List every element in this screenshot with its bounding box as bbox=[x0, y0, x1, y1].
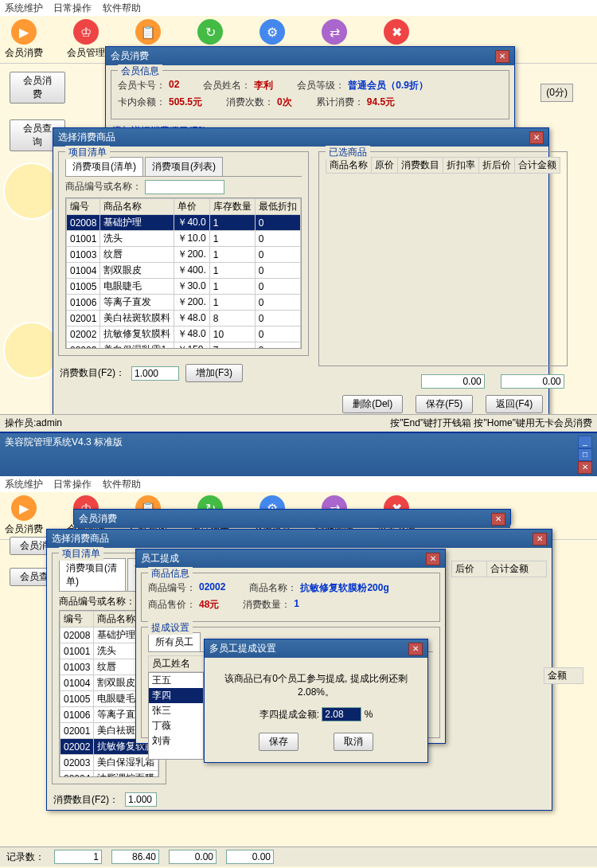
dlg-save-btn[interactable]: 保存 bbox=[259, 733, 298, 751]
app2-title: 美容院管理系统V4.3 标准版 bbox=[5, 436, 123, 474]
title: 选择消费商品 bbox=[52, 532, 109, 545]
window-title: 选择消费商品 bbox=[58, 131, 115, 144]
dlg-cancel-btn[interactable]: 取消 bbox=[334, 733, 373, 751]
bal-val: 505.5元 bbox=[169, 96, 202, 109]
multi-emp-dialog: 多员工提成设置 ✕ 该商品已有0个员工参与提成, 提成比例还剩2.08%。 李四… bbox=[204, 639, 428, 763]
save-btn[interactable]: 保存(F5) bbox=[416, 395, 473, 413]
sel-cols-part: 后价合计金额 bbox=[451, 561, 547, 577]
back-btn[interactable]: 返回(F4) bbox=[486, 395, 543, 413]
proj-title: 项目清单 bbox=[65, 146, 110, 159]
jifen-badge: (0分) bbox=[540, 84, 573, 102]
qty-input-2[interactable] bbox=[125, 792, 157, 807]
sum-lbl: 累计消费： bbox=[316, 96, 364, 109]
code-input[interactable] bbox=[145, 180, 224, 194]
clipboard-icon: 📋 bbox=[135, 19, 161, 45]
footer-v1 bbox=[111, 850, 159, 864]
tab-table[interactable]: 消费项目(列表) bbox=[145, 157, 223, 176]
all-emp-tab[interactable]: 所有员工 bbox=[148, 632, 201, 651]
app2-frame: 美容院管理系统V4.3 标准版 _ □ ✕ 系统维护 日常操作 软件帮助 ▶会员… bbox=[0, 432, 597, 868]
group-title: 会员信息 bbox=[118, 65, 162, 78]
title: 多员工提成设置 bbox=[209, 642, 276, 655]
code-lbl: 商品编号或名称： bbox=[65, 180, 142, 194]
sum-val: 94.5元 bbox=[367, 96, 395, 109]
project-list-group: 项目清单 消费项目(清单) 消费项目(列表) 商品编号或名称： 编号商品名称单价… bbox=[58, 151, 309, 356]
tb-consume[interactable]: ▶会员消费 bbox=[5, 19, 43, 60]
chart-icon: ↻ bbox=[197, 19, 223, 45]
member-info-group: 会员信息 会员卡号：02 会员姓名：李利 会员等级：普通会员（0.9折） 卡内余… bbox=[111, 70, 509, 119]
card-lbl: 会员卡号： bbox=[118, 79, 166, 92]
prod-name: 抗敏修复软膜粉200g bbox=[300, 581, 388, 595]
user-icon: ♔ bbox=[73, 19, 99, 45]
close-btn[interactable]: ✕ bbox=[408, 643, 423, 655]
status-hint: 按"End"键打开钱箱 按"Home"键用无卡会员消费 bbox=[390, 416, 592, 430]
swap-icon: ⇄ bbox=[322, 19, 347, 45]
qty-input[interactable] bbox=[131, 366, 179, 381]
multi-val-input[interactable] bbox=[322, 707, 361, 721]
multi-msg: 该商品已有0个员工参与提成, 提成比例还剩2.08%。 bbox=[214, 672, 418, 699]
cnt-lbl: 消费次数： bbox=[226, 96, 274, 109]
prod-code: 02002 bbox=[199, 581, 225, 595]
play-icon: ▶ bbox=[11, 19, 37, 45]
footer-rec: 记录数： bbox=[0, 846, 597, 866]
titlebar-select: 选择消费商品 ✕ bbox=[53, 128, 548, 147]
max-btn[interactable]: □ bbox=[578, 448, 592, 461]
prod-qty: 1 bbox=[294, 598, 299, 612]
close-btn[interactable]: ✕ bbox=[491, 513, 505, 526]
close-btn[interactable]: ✕ bbox=[529, 131, 544, 144]
menu-sys[interactable]: 系统维护 bbox=[5, 2, 43, 14]
del-btn[interactable]: 删除(Del) bbox=[342, 395, 403, 413]
add-btn[interactable]: 增加(F3) bbox=[185, 364, 243, 382]
window-title: 会员消费 bbox=[111, 49, 149, 63]
status-bar-1: 操作员:admin 按"End"键打开钱箱 按"Home"键用无卡会员消费 bbox=[0, 414, 597, 432]
bal-lbl: 卡内余额： bbox=[118, 96, 166, 109]
menubar-1: 系统维护 日常操作 软件帮助 bbox=[0, 0, 597, 16]
right-col: 金额 bbox=[544, 667, 583, 684]
card-val: 02 bbox=[169, 79, 179, 92]
title: 会员消费 bbox=[79, 512, 117, 526]
status-operator: 操作员:admin bbox=[5, 416, 62, 430]
selected-table[interactable]: 商品名称原价消费数目 折扣率折后价合计金额 bbox=[326, 157, 560, 174]
proj-tabs: 消费项目(清单) 消费项目(列表) bbox=[65, 157, 302, 177]
tab1[interactable]: 消费项目(清单) bbox=[59, 558, 126, 591]
close-btn[interactable]: ✕ bbox=[533, 533, 547, 545]
close-btn[interactable]: ✕ bbox=[495, 50, 509, 63]
tb-consume[interactable]: ▶会员消费 bbox=[5, 495, 43, 536]
cnt-val: 0次 bbox=[277, 96, 292, 109]
tb-member[interactable]: ♔会员管理 bbox=[67, 19, 105, 60]
sb-consume[interactable]: 会员消费 bbox=[10, 72, 65, 104]
qty-lbl: 消费数目(F2)： bbox=[60, 366, 125, 380]
name-lbl: 会员姓名： bbox=[203, 79, 251, 92]
consume-win-2: 会员消费 ✕ bbox=[73, 509, 511, 525]
close-icon: ✖ bbox=[384, 19, 409, 45]
menubar-2: 系统维护 日常操作 软件帮助 bbox=[0, 476, 597, 492]
select-product-window: 选择消费商品 ✕ 项目清单 消费项目(清单) 消费项目(列表) 商品编号或名称：… bbox=[53, 127, 549, 417]
selected-group: 已选商品 商品名称原价消费数目 折扣率折后价合计金额 bbox=[318, 151, 568, 366]
tab-list[interactable]: 消费项目(清单) bbox=[65, 157, 143, 176]
lvl-lbl: 会员等级： bbox=[297, 79, 345, 92]
sel-title: 已选商品 bbox=[326, 146, 370, 159]
product-table[interactable]: 编号商品名称单价库存数量最低折扣02008基础护理￥40.01001001洗头￥… bbox=[66, 198, 301, 349]
emp-list[interactable]: 王五李四张三丁薇刘青 bbox=[148, 672, 204, 760]
footer-v2 bbox=[169, 850, 217, 864]
footer-v3 bbox=[226, 850, 274, 864]
close-btn[interactable]: ✕ bbox=[578, 461, 592, 474]
menu-help[interactable]: 软件帮助 bbox=[103, 2, 141, 14]
lvl-val: 普通会员（0.9折） bbox=[348, 79, 428, 92]
name-val: 李利 bbox=[254, 79, 273, 92]
total-2 bbox=[501, 374, 564, 389]
title: 员工提成 bbox=[141, 552, 179, 565]
menu-daily[interactable]: 日常操作 bbox=[53, 2, 92, 14]
prod-price: 48元 bbox=[199, 598, 219, 612]
titlebar-consume: 会员消费 ✕ bbox=[106, 47, 514, 65]
rec-count bbox=[54, 850, 102, 864]
gear-icon: ⚙ bbox=[259, 19, 285, 45]
prod-info-group: 商品信息 商品编号：02002 商品名称：抗敏修复软膜粉200g 商品售价：48… bbox=[141, 573, 440, 622]
total-1 bbox=[421, 374, 485, 389]
close-btn[interactable]: ✕ bbox=[426, 553, 440, 565]
app2-titlebar: 美容院管理系统V4.3 标准版 _ □ ✕ bbox=[0, 433, 597, 476]
min-btn[interactable]: _ bbox=[578, 436, 592, 448]
multi-emp-lbl: 李四提成金额: bbox=[259, 709, 319, 720]
